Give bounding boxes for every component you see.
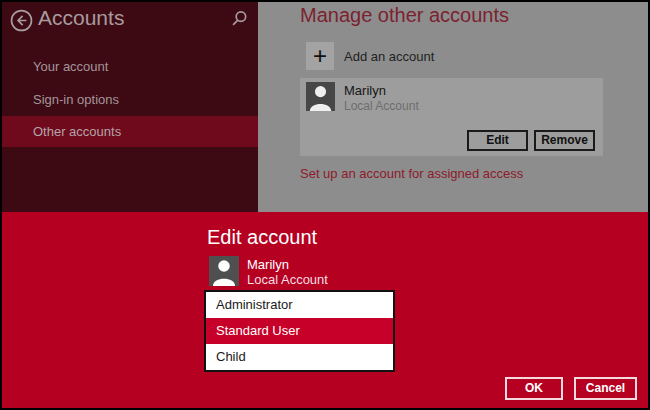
dialog-user-type: Local Account: [247, 272, 328, 287]
sidebar-item-sign-in-options[interactable]: Sign-in options: [2, 84, 258, 115]
user-account-tile[interactable]: Marilyn Local Account Edit Remove: [300, 78, 603, 156]
dialog-title: Edit account: [207, 226, 317, 249]
search-button[interactable]: [230, 9, 249, 28]
manage-accounts-panel: Manage other accounts + Add an account M…: [258, 2, 648, 212]
sidebar-item-other-accounts[interactable]: Other accounts: [2, 116, 258, 147]
page-title: Accounts: [38, 6, 124, 30]
sidebar: Accounts Your account Sign-in options Ot…: [2, 2, 258, 212]
person-icon: [209, 256, 239, 286]
panel-heading: Manage other accounts: [300, 4, 509, 27]
sidebar-item-your-account[interactable]: Your account: [2, 51, 258, 82]
dialog-user-name: Marilyn: [247, 257, 289, 272]
ok-button[interactable]: OK: [505, 377, 563, 400]
search-icon: [230, 9, 249, 28]
add-account-button[interactable]: + Add an account: [306, 42, 434, 70]
edit-button[interactable]: Edit: [467, 130, 528, 151]
user-avatar: [306, 82, 335, 111]
settings-window: Accounts Your account Sign-in options Ot…: [0, 0, 650, 410]
sidebar-header: Accounts: [2, 2, 258, 42]
user-name: Marilyn: [344, 83, 386, 98]
dropdown-option-administrator[interactable]: Administrator: [206, 292, 393, 318]
remove-button[interactable]: Remove: [534, 130, 595, 151]
accounts-page: Accounts Your account Sign-in options Ot…: [2, 2, 648, 212]
user-type: Local Account: [344, 99, 419, 113]
assigned-access-link[interactable]: Set up an account for assigned access: [300, 166, 523, 181]
person-icon: [306, 82, 335, 111]
plus-icon[interactable]: +: [306, 42, 334, 70]
dropdown-option-child[interactable]: Child: [206, 344, 393, 370]
edit-account-dialog: Edit account Marilyn Local Account Admin…: [2, 212, 648, 408]
account-type-dropdown[interactable]: Administrator Standard User Child: [204, 290, 395, 372]
cancel-button[interactable]: Cancel: [574, 377, 637, 400]
dropdown-option-standard-user[interactable]: Standard User: [206, 318, 393, 344]
back-arrow-icon: [10, 9, 33, 32]
add-account-label: Add an account: [344, 49, 434, 64]
dialog-user-avatar: [209, 256, 239, 286]
back-button[interactable]: [10, 9, 33, 32]
